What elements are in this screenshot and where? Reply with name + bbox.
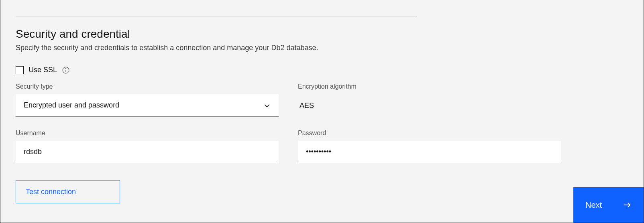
section-title: Security and credential — [16, 28, 628, 41]
encryption-algorithm-label: Encryption algorithm — [298, 83, 561, 90]
svg-point-1 — [65, 68, 66, 69]
security-type-value: Encrypted user and password — [24, 101, 263, 109]
security-type-label: Security type — [16, 83, 279, 90]
username-label: Username — [16, 130, 279, 137]
username-input[interactable] — [16, 141, 279, 163]
password-input[interactable] — [298, 141, 561, 163]
next-button-label: Next — [585, 201, 602, 210]
divider — [16, 16, 417, 16]
password-label: Password — [298, 130, 561, 137]
use-ssl-label: Use SSL — [29, 66, 57, 74]
encryption-algorithm-value: AES — [298, 94, 561, 117]
info-icon[interactable] — [62, 66, 70, 74]
security-type-select[interactable]: Encrypted user and password — [16, 94, 279, 117]
use-ssl-checkbox[interactable] — [16, 66, 24, 74]
section-description: Specify the security and credentials to … — [16, 44, 628, 52]
arrow-right-icon — [623, 201, 632, 209]
chevron-down-icon — [263, 102, 271, 109]
test-connection-button[interactable]: Test connection — [16, 180, 120, 203]
next-button[interactable]: Next — [573, 187, 644, 223]
